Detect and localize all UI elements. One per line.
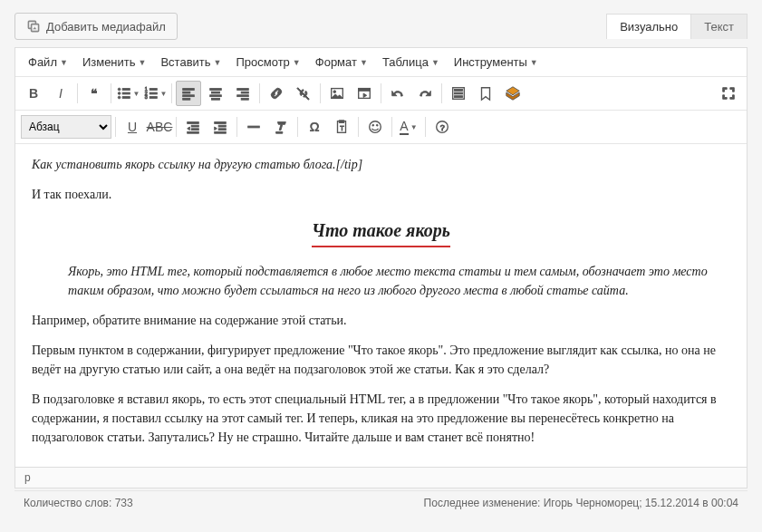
- separator: [111, 83, 111, 103]
- svg-rect-37: [218, 125, 226, 127]
- svg-rect-16: [210, 89, 222, 91]
- separator: [236, 117, 237, 137]
- svg-point-45: [372, 124, 374, 126]
- separator: [171, 83, 172, 103]
- svg-rect-11: [150, 97, 157, 99]
- separator: [115, 117, 116, 137]
- hr-button[interactable]: [241, 114, 266, 140]
- indent-button[interactable]: [207, 114, 233, 140]
- separator: [358, 117, 359, 137]
- editor-container: Файл▼ Изменить▼ Вставить▼ Просмотр▼ Форм…: [14, 47, 748, 488]
- bullet-list-button[interactable]: ▼: [115, 81, 140, 106]
- svg-rect-21: [241, 92, 248, 93]
- svg-point-25: [333, 91, 336, 93]
- editor-content[interactable]: Как установить якорь ссылку на другую ст…: [15, 144, 747, 467]
- menu-format[interactable]: Формат▼: [310, 52, 373, 73]
- svg-rect-13: [183, 92, 190, 93]
- menu-edit[interactable]: Изменить▼: [77, 52, 152, 73]
- plugin-button[interactable]: [500, 81, 526, 106]
- svg-rect-5: [122, 97, 130, 99]
- paste-text-button[interactable]: T: [329, 114, 354, 140]
- strikethrough-button[interactable]: ABC: [147, 114, 172, 140]
- caret-icon: ▼: [214, 58, 222, 67]
- bold-button[interactable]: B: [21, 81, 46, 106]
- fullscreen-button[interactable]: [716, 81, 741, 106]
- separator: [259, 83, 260, 103]
- svg-rect-22: [237, 95, 249, 97]
- menu-insert[interactable]: Вставить▼: [155, 52, 227, 73]
- svg-text:?: ?: [440, 123, 445, 132]
- outdent-button[interactable]: [180, 114, 206, 140]
- separator: [391, 117, 392, 137]
- tab-visual[interactable]: Визуально: [607, 15, 691, 39]
- media-icon: [26, 19, 41, 34]
- svg-rect-36: [215, 122, 227, 124]
- caret-icon: ▼: [410, 123, 418, 131]
- add-media-label: Добавить медиафайл: [46, 20, 166, 34]
- numbered-list-button[interactable]: 123▼: [142, 81, 168, 106]
- align-right-button[interactable]: [230, 81, 256, 106]
- underline-button[interactable]: U: [120, 114, 145, 140]
- menu-table[interactable]: Таблица▼: [377, 52, 445, 73]
- caret-icon: ▼: [60, 58, 68, 67]
- svg-rect-17: [212, 92, 220, 93]
- svg-rect-33: [191, 125, 198, 127]
- add-media-button[interactable]: Добавить медиафайл: [14, 13, 178, 40]
- caret-icon: ▼: [133, 90, 140, 98]
- caret-icon: ▼: [360, 58, 368, 67]
- remove-format-button[interactable]: [268, 114, 294, 140]
- svg-point-44: [370, 121, 381, 133]
- caret-icon: ▼: [160, 90, 168, 98]
- menu-view[interactable]: Просмотр▼: [230, 52, 305, 73]
- svg-rect-12: [183, 89, 195, 91]
- svg-rect-23: [241, 98, 248, 100]
- separator: [77, 83, 78, 103]
- svg-rect-34: [191, 129, 198, 131]
- svg-rect-19: [212, 98, 220, 100]
- toolbar-row-1: B I ❝ ▼ 123▼: [15, 77, 747, 111]
- menu-tools[interactable]: Инструменты▼: [449, 52, 544, 73]
- unlink-button[interactable]: [291, 81, 316, 106]
- paragraph: Первым пунктом в содержании, фигурирует …: [32, 341, 730, 379]
- word-count: Количество слов: 733: [24, 497, 133, 509]
- svg-rect-38: [218, 129, 226, 131]
- svg-rect-20: [237, 89, 249, 91]
- insert-media-button[interactable]: [352, 81, 377, 106]
- bookmark-button[interactable]: [473, 81, 498, 106]
- svg-rect-30: [455, 92, 463, 94]
- tab-text[interactable]: Текст: [691, 15, 747, 39]
- align-left-button[interactable]: [176, 81, 201, 106]
- svg-rect-27: [359, 89, 371, 92]
- align-center-button[interactable]: [203, 81, 228, 106]
- redo-button[interactable]: [412, 81, 438, 106]
- svg-rect-3: [122, 92, 130, 94]
- text-color-button[interactable]: A▼: [396, 114, 421, 140]
- paragraph: В подзаголовке я вставил якорь, то есть …: [32, 390, 730, 447]
- svg-rect-14: [183, 95, 195, 97]
- format-select[interactable]: Абзац: [21, 115, 111, 139]
- editor-mode-tabs: Визуально Текст: [606, 14, 748, 39]
- toolbar-toggle-button[interactable]: [446, 81, 471, 106]
- menu-file[interactable]: Файл▼: [23, 52, 73, 73]
- menubar: Файл▼ Изменить▼ Вставить▼ Просмотр▼ Форм…: [15, 48, 747, 77]
- svg-rect-39: [215, 131, 227, 133]
- blockquote-button[interactable]: ❝: [82, 81, 107, 106]
- tip-text: Как установить якорь ссылку на другую ст…: [32, 155, 730, 174]
- special-char-button[interactable]: Ω: [302, 114, 327, 140]
- paragraph: Например, обратите внимание на содержани…: [32, 311, 730, 330]
- svg-point-46: [376, 124, 378, 126]
- footer: Количество слов: 733 Последнее изменение…: [14, 490, 748, 509]
- separator: [297, 117, 298, 137]
- help-button[interactable]: ?: [429, 114, 455, 140]
- italic-button[interactable]: I: [48, 81, 73, 106]
- paragraph: И так поехали.: [32, 185, 730, 204]
- link-button[interactable]: [264, 81, 289, 106]
- emoji-button[interactable]: [362, 114, 388, 140]
- svg-rect-9: [150, 92, 157, 94]
- svg-rect-35: [188, 131, 199, 133]
- toolbar-row-2: Абзац U ABC Ω T A▼ ?: [15, 111, 747, 144]
- undo-button[interactable]: [385, 81, 410, 106]
- insert-image-button[interactable]: [324, 81, 350, 106]
- svg-rect-18: [210, 95, 222, 97]
- svg-point-4: [118, 96, 121, 99]
